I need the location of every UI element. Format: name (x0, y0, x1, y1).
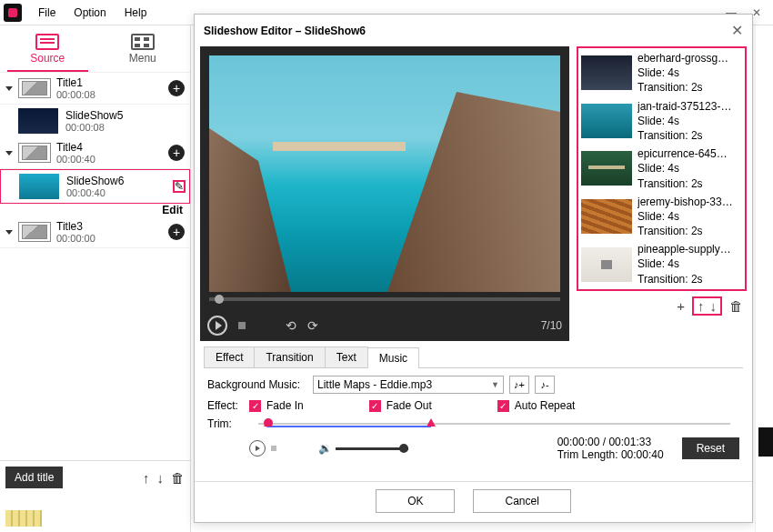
edit-label: Edit (0, 204, 190, 216)
fade-in-checkbox[interactable] (249, 400, 261, 412)
slide-child-selected[interactable]: SlideShow6 00:00:40 ✎ (0, 169, 190, 204)
slide-thumb (581, 247, 632, 282)
reset-button[interactable]: Reset (682, 437, 739, 459)
slide-row[interactable]: pineapple-supply-co... Slide: 4s Transit… (579, 240, 744, 288)
trim-play-button[interactable] (249, 440, 266, 457)
chevron-down-icon[interactable] (5, 151, 13, 156)
left-panel: Source Menu Title1 00:00:08 + (0, 25, 191, 532)
slide-thumb (581, 104, 632, 138)
left-footer: Add title ↑ ↓ 🗑 (0, 460, 190, 532)
title-thumb (18, 222, 51, 242)
slide-row[interactable]: jan-traid-375123-u... Slide: 4s Transiti… (579, 97, 744, 146)
move-up-icon[interactable]: ↑ (143, 470, 150, 486)
move-down-icon[interactable]: ↓ (710, 298, 718, 314)
ok-button[interactable]: OK (376, 489, 455, 513)
bg-music-dropdown[interactable]: Little Maps - Eddie.mp3 ▼ (313, 376, 504, 394)
trim-stop-button[interactable] (271, 446, 276, 451)
title-time: 00:00:40 (56, 154, 163, 165)
rotate-left-icon[interactable]: ⟲ (286, 318, 296, 333)
slide-thumb (19, 174, 59, 199)
title-item[interactable]: Title3 00:00:00 + (0, 216, 190, 248)
settings-panel: Effect Transition Text Music Background … (195, 343, 752, 481)
tab-effect[interactable]: Effect (204, 346, 255, 367)
auto-repeat-checkbox[interactable] (497, 400, 509, 412)
title-name: Title4 (56, 141, 163, 154)
add-title-button[interactable]: Add title (5, 467, 63, 488)
trash-icon[interactable]: 🗑 (171, 470, 185, 486)
add-slide-icon[interactable]: + (677, 298, 685, 314)
auto-repeat-label: Auto Repeat (515, 399, 576, 412)
slide-transition: Transition: 2s (637, 272, 733, 286)
tab-source-label: Source (30, 52, 65, 65)
move-down-icon[interactable]: ↓ (157, 470, 165, 486)
progress-bar[interactable] (209, 297, 560, 301)
menu-file[interactable]: File (29, 3, 65, 23)
play-button[interactable] (207, 316, 227, 336)
stop-button[interactable] (238, 322, 246, 329)
slide-row[interactable]: eberhard-grossgast... Slide: 4s Transiti… (579, 49, 744, 97)
chevron-down-icon: ▼ (491, 380, 499, 389)
effect-label: Effect: (207, 399, 244, 412)
slide-row[interactable]: epicurrence-64531-... Slide: 4s Transiti… (579, 145, 744, 193)
trim-length: Trim Length: 00:00:40 (557, 448, 664, 461)
menu-help[interactable]: Help (115, 3, 156, 23)
slide-filename: jeremy-bishop-3376... (637, 195, 733, 209)
add-icon[interactable]: + (168, 145, 185, 161)
slide-thumb (18, 108, 58, 134)
slide-duration: Slide: 4s (637, 114, 733, 128)
source-icon (35, 34, 59, 50)
slide-name: SlideShow6 (66, 175, 166, 187)
title-item[interactable]: Title4 00:00:40 + (0, 137, 190, 169)
add-music-icon[interactable]: ♪+ (509, 376, 529, 394)
title-thumb (18, 78, 51, 98)
trash-icon[interactable]: 🗑 (729, 298, 743, 314)
tab-text[interactable]: Text (325, 346, 368, 367)
title-item[interactable]: Title1 00:00:08 + (0, 73, 190, 105)
slide-duration: Slide: 4s (637, 209, 733, 224)
preview-image (209, 55, 560, 292)
cancel-button[interactable]: Cancel (473, 489, 570, 513)
background-strip (758, 427, 773, 457)
slideshow-editor-dialog: Slideshow Editor – SlideShow6 ✕ ⟲ ⟳ 7/10 (194, 14, 753, 523)
dialog-title: Slideshow Editor – SlideShow6 (204, 25, 366, 37)
tab-music[interactable]: Music (367, 347, 419, 368)
add-icon[interactable]: + (168, 80, 185, 96)
slide-transition: Transition: 2s (637, 128, 733, 143)
app-icon (4, 4, 22, 22)
slide-row[interactable]: jeremy-bishop-3376... Slide: 4s Transiti… (579, 193, 744, 241)
trim-label: Trim: (207, 417, 244, 430)
fade-out-checkbox[interactable] (369, 400, 381, 412)
trim-slider[interactable] (258, 423, 730, 425)
slide-duration: Slide: 4s (637, 65, 733, 80)
timeline-strip[interactable] (5, 510, 42, 527)
rotate-right-icon[interactable]: ⟳ (307, 318, 318, 333)
slide-filename: jan-traid-375123-u... (637, 99, 733, 114)
edit-icon[interactable]: ✎ (173, 180, 186, 193)
chevron-down-icon[interactable] (5, 86, 13, 91)
tab-source[interactable]: Source (0, 25, 95, 72)
add-icon[interactable]: + (168, 224, 185, 240)
volume-slider[interactable] (336, 447, 408, 450)
slide-filename: pineapple-supply-co... (637, 242, 733, 256)
slides-list: eberhard-grossgast... Slide: 4s Transiti… (577, 46, 747, 291)
tab-menu[interactable]: Menu (95, 25, 191, 72)
move-up-icon[interactable]: ↑ (698, 298, 705, 314)
volume-icon[interactable]: 🔉 (318, 442, 332, 455)
menu-option[interactable]: Option (65, 3, 115, 23)
title-list: Title1 00:00:08 + SlideShow5 00:00:08 (0, 73, 190, 460)
close-icon[interactable]: ✕ (731, 22, 743, 39)
slide-thumb (581, 55, 632, 90)
title-time: 00:00:08 (56, 89, 163, 100)
bg-music-value: Little Maps - Eddie.mp3 (317, 378, 432, 391)
fade-in-label: Fade In (266, 399, 304, 412)
player-controls: ⟲ ⟳ 7/10 (200, 310, 569, 341)
slide-duration: Slide: 4s (637, 161, 733, 176)
remove-music-icon[interactable]: ♪- (535, 376, 555, 394)
chevron-down-icon[interactable] (5, 230, 13, 235)
slide-time: 00:00:40 (66, 187, 166, 198)
slide-thumb (581, 199, 632, 234)
tab-transition[interactable]: Transition (254, 346, 325, 367)
title-name: Title1 (56, 76, 163, 89)
slide-child[interactable]: SlideShow5 00:00:08 (0, 105, 190, 137)
slide-thumb (581, 151, 632, 186)
